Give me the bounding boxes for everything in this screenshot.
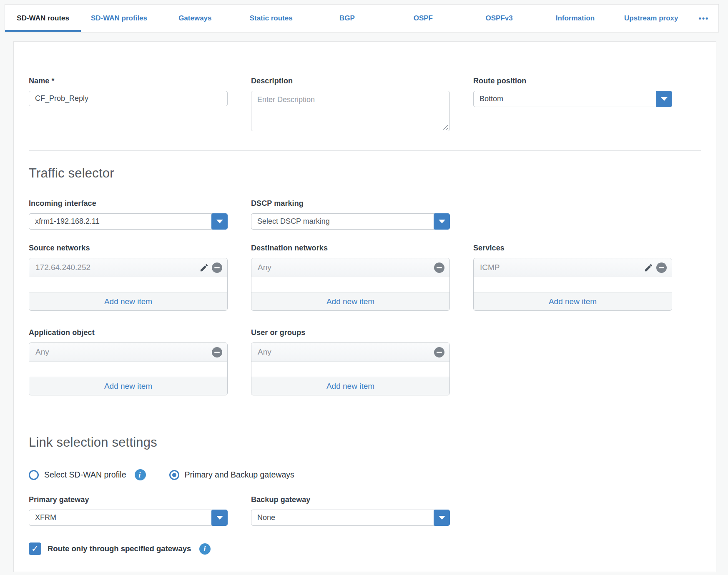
tab-ospfv3[interactable]: OSPFv3 [461,5,537,32]
list-item-text: 172.64.240.252 [35,263,90,272]
radio-select-sdwan-profile[interactable]: Select SD-WAN profile i [29,469,146,480]
traffic-selector-heading: Traffic selector [29,166,701,181]
description-field-group: Description [251,77,450,133]
tab-upstream-proxy[interactable]: Upstream proxy [613,5,689,32]
listbox-empty-area [251,362,449,377]
tab-sdwan-routes[interactable]: SD-WAN routes [5,5,81,32]
incoming-interface-select[interactable]: xfrm1-192.168.2.11 [29,213,228,230]
link-selection-heading: Link selection settings [29,435,701,450]
route-position-label: Route position [473,77,672,85]
description-label: Description [251,77,450,85]
form-panel: Name * Description Route position Bottom… [13,41,716,572]
services-field-group: Services ICMP Add new item [473,244,672,311]
incoming-interface-label: Incoming interface [29,199,228,208]
application-object-box: Any Add new item [29,342,228,395]
list-item: Any [251,343,449,362]
list-item: ICMP [474,258,672,277]
services-label: Services [473,244,672,252]
select-value: XFRM [35,513,56,522]
gateways-row: Primary gateway XFRM Backup gateway None [29,495,701,526]
add-new-item-button[interactable]: Add new item [474,292,672,310]
route-position-select[interactable]: Bottom [473,91,672,107]
list-item-text: Any [258,348,271,357]
list-item-text: Any [35,348,49,357]
user-or-groups-label: User or groups [251,328,450,337]
tab-gateways[interactable]: Gateways [157,5,233,32]
chevron-down-icon[interactable] [211,213,228,230]
info-icon[interactable]: i [199,543,211,555]
primary-gateway-select[interactable]: XFRM [29,510,228,526]
select-value: xfrm1-192.168.2.11 [35,217,100,226]
listbox-empty-area [474,277,672,292]
add-new-item-button[interactable]: Add new item [29,292,227,310]
backup-gateway-field-group: Backup gateway None [251,495,450,526]
chevron-down-icon[interactable] [434,510,450,526]
services-box: ICMP Add new item [473,258,672,311]
primary-gateway-label: Primary gateway [29,495,228,504]
remove-icon[interactable] [434,347,444,358]
tab-static-routes[interactable]: Static routes [233,5,309,32]
route-only-checkbox[interactable]: ✓ [29,542,41,555]
radio-selected-icon[interactable] [169,470,179,480]
source-networks-field-group: Source networks 172.64.240.252 Add new i… [29,244,228,311]
add-new-item-button[interactable]: Add new item [29,377,227,395]
name-label: Name * [29,77,228,85]
listbox-empty-area [29,362,227,377]
divider [29,150,701,151]
route-position-field-group: Route position Bottom [473,77,672,107]
info-icon[interactable]: i [135,469,146,480]
application-users-row: Application object Any Add new item User… [29,328,701,395]
radio-primary-backup-gateways[interactable]: Primary and Backup gateways [169,470,294,480]
tab-sdwan-profiles[interactable]: SD-WAN profiles [81,5,157,32]
destination-networks-box: Any Add new item [251,258,450,311]
more-tabs-icon[interactable]: ••• [689,5,718,32]
remove-icon[interactable] [434,262,444,273]
list-item-text: Any [258,263,271,272]
chevron-down-icon[interactable] [656,91,672,107]
divider [29,419,701,419]
route-only-checkbox-label: Route only through specified gateways [48,544,191,553]
route-only-row: ✓ Route only through specified gateways … [29,542,701,555]
source-networks-box: 172.64.240.252 Add new item [29,258,228,311]
listbox-empty-area [29,277,227,292]
dscp-marking-label: DSCP marking [251,199,450,208]
listbox-empty-area [251,277,449,292]
radio-label: Primary and Backup gateways [185,470,294,480]
tab-information[interactable]: Information [537,5,613,32]
add-new-item-button[interactable]: Add new item [251,292,449,310]
remove-icon[interactable] [656,262,667,273]
link-selection-radio-row: Select SD-WAN profile i Primary and Back… [29,469,701,480]
interface-dscp-row: Incoming interface xfrm1-192.168.2.11 DS… [29,199,701,230]
list-item: Any [29,343,227,362]
dscp-marking-select[interactable]: Select DSCP marking [251,213,450,230]
backup-gateway-select[interactable]: None [251,510,450,526]
incoming-interface-field-group: Incoming interface xfrm1-192.168.2.11 [29,199,228,230]
radio-unselected-icon[interactable] [29,470,39,480]
add-new-item-button[interactable]: Add new item [251,377,449,395]
select-value: Select DSCP marking [257,217,330,226]
edit-icon[interactable] [643,262,653,272]
remove-icon[interactable] [212,347,222,358]
chevron-down-icon[interactable] [434,213,450,230]
list-item-text: ICMP [480,263,500,272]
radio-label: Select SD-WAN profile [44,470,126,480]
select-value: None [257,513,275,522]
name-input[interactable] [29,91,228,106]
networks-services-row: Source networks 172.64.240.252 Add new i… [29,244,701,311]
general-settings-row: Name * Description Route position Bottom [29,77,701,133]
backup-gateway-label: Backup gateway [251,495,450,504]
list-item: Any [251,258,449,277]
primary-gateway-field-group: Primary gateway XFRM [29,495,228,526]
edit-icon[interactable] [199,262,209,272]
destination-networks-label: Destination networks [251,244,450,252]
tab-bgp[interactable]: BGP [309,5,385,32]
chevron-down-icon[interactable] [211,510,228,526]
application-object-field-group: Application object Any Add new item [29,328,228,395]
application-object-label: Application object [29,328,228,337]
tab-bar: SD-WAN routes SD-WAN profiles Gateways S… [5,4,719,32]
description-textarea[interactable] [251,91,450,131]
source-networks-label: Source networks [29,244,228,252]
remove-icon[interactable] [212,262,222,273]
tab-ospf[interactable]: OSPF [385,5,461,32]
select-value: Bottom [479,95,503,103]
